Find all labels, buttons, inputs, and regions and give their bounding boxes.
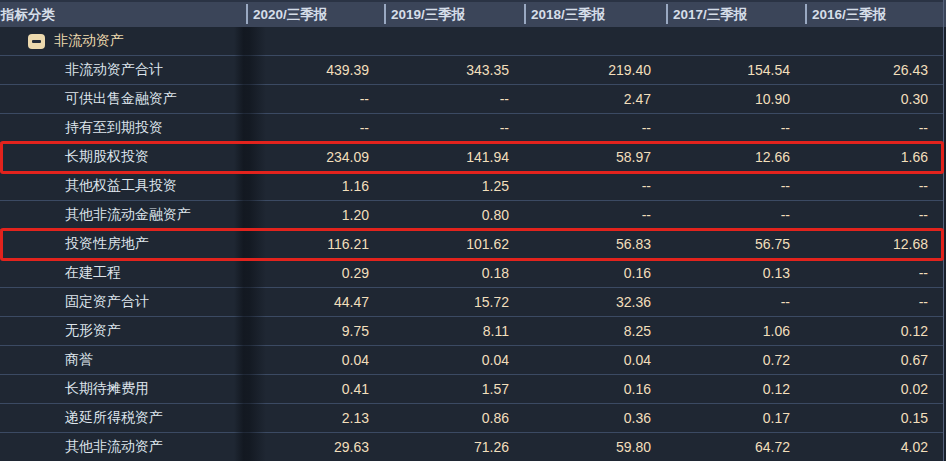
row-label: 在建工程 xyxy=(0,259,246,287)
collapse-minus-icon[interactable] xyxy=(28,34,45,49)
cell-value: -- xyxy=(805,288,943,316)
cell-value: -- xyxy=(666,114,805,142)
row-label: 其他非流动资产 xyxy=(0,433,246,461)
cell-value: -- xyxy=(384,114,524,142)
column-header-2017q3[interactable]: 2017/三季报 xyxy=(666,2,805,27)
cell-value: 12.68 xyxy=(805,230,943,258)
cell-value: 0.04 xyxy=(246,346,384,374)
cell-value: 64.72 xyxy=(666,433,805,461)
cell-value: 0.16 xyxy=(524,375,666,403)
row-label: 商誉 xyxy=(0,346,246,374)
table-row[interactable]: 商誉 0.04 0.04 0.04 0.72 0.67 xyxy=(0,346,943,375)
table-row[interactable]: 持有至到期投资 -- -- -- -- -- xyxy=(0,114,943,143)
cell-value: -- xyxy=(524,201,666,229)
group-label-cell: 非流动资产 xyxy=(0,27,246,55)
cell-value: 10.90 xyxy=(666,85,805,113)
cell-value: 0.02 xyxy=(805,375,943,403)
cell-value: 219.40 xyxy=(524,56,666,84)
table-row[interactable]: 在建工程 0.29 0.18 0.16 0.13 -- xyxy=(0,259,943,288)
cell-value: 12.66 xyxy=(666,143,805,171)
cell-value: 9.75 xyxy=(246,317,384,345)
cell-value: -- xyxy=(524,172,666,200)
cell-value: -- xyxy=(805,114,943,142)
cell-value: 0.18 xyxy=(384,259,524,287)
financial-indicator-table: 指标分类 2020/三季报 2019/三季报 2018/三季报 2017/三季报… xyxy=(0,0,946,461)
table-row[interactable]: 其他权益工具投资 1.16 1.25 -- -- -- xyxy=(0,172,943,201)
table-row[interactable]: 长期待摊费用 0.41 1.57 0.16 0.12 0.02 xyxy=(0,375,943,404)
cell-value: 343.35 xyxy=(384,56,524,84)
row-label: 可供出售金融资产 xyxy=(0,85,246,113)
cell-value: 0.36 xyxy=(524,404,666,432)
cell-value: 56.83 xyxy=(524,230,666,258)
empty-cell xyxy=(666,27,805,55)
table-row[interactable]: 非流动资产合计 439.39 343.35 219.40 154.54 26.4… xyxy=(0,56,943,85)
row-label: 固定资产合计 xyxy=(0,288,246,316)
cell-value: 1.66 xyxy=(805,143,943,171)
empty-cell xyxy=(805,27,943,55)
row-label: 递延所得税资产 xyxy=(0,404,246,432)
column-header-2018q3[interactable]: 2018/三季报 xyxy=(524,2,666,27)
cell-value: 0.41 xyxy=(246,375,384,403)
cell-value: 154.54 xyxy=(666,56,805,84)
cell-value: 71.26 xyxy=(384,433,524,461)
cell-value: 44.47 xyxy=(246,288,384,316)
cell-value: -- xyxy=(524,114,666,142)
cell-value: -- xyxy=(384,85,524,113)
cell-value: 1.25 xyxy=(384,172,524,200)
column-header-2020q3[interactable]: 2020/三季报 xyxy=(246,2,384,27)
cell-value: 0.12 xyxy=(666,375,805,403)
cell-value: -- xyxy=(666,172,805,200)
cell-value: 0.67 xyxy=(805,346,943,374)
table-row[interactable]: 其他非流动资产 29.63 71.26 59.80 64.72 4.02 xyxy=(0,433,943,461)
cell-value: 0.86 xyxy=(384,404,524,432)
table-row[interactable]: 其他非流动金融资产 1.20 0.80 -- -- -- xyxy=(0,201,943,230)
cell-value: -- xyxy=(805,259,943,287)
table-header-row: 指标分类 2020/三季报 2019/三季报 2018/三季报 2017/三季报… xyxy=(0,0,943,27)
cell-value: 0.80 xyxy=(384,201,524,229)
row-label: 无形资产 xyxy=(0,317,246,345)
table-row-highlighted[interactable]: 长期股权投资 234.09 141.94 58.97 12.66 1.66 xyxy=(0,143,943,172)
group-row-noncurrent-assets[interactable]: 非流动资产 xyxy=(0,27,943,56)
cell-value: 2.47 xyxy=(524,85,666,113)
cell-value: 58.97 xyxy=(524,143,666,171)
cell-value: 1.20 xyxy=(246,201,384,229)
cell-value: 0.12 xyxy=(805,317,943,345)
cell-value: 29.63 xyxy=(246,433,384,461)
cell-value: 0.17 xyxy=(666,404,805,432)
cell-value: 59.80 xyxy=(524,433,666,461)
cell-value: 0.16 xyxy=(524,259,666,287)
table-row[interactable]: 可供出售金融资产 -- -- 2.47 10.90 0.30 xyxy=(0,85,943,114)
minus-glyph xyxy=(32,40,41,43)
cell-value: 0.04 xyxy=(524,346,666,374)
empty-cell xyxy=(524,27,666,55)
cell-value: -- xyxy=(666,201,805,229)
table-row-highlighted[interactable]: 投资性房地产 116.21 101.62 56.83 56.75 12.68 xyxy=(0,230,943,259)
cell-value: 0.30 xyxy=(805,85,943,113)
cell-value: 1.06 xyxy=(666,317,805,345)
cell-value: 141.94 xyxy=(384,143,524,171)
row-label: 其他非流动金融资产 xyxy=(0,201,246,229)
table-row[interactable]: 无形资产 9.75 8.11 8.25 1.06 0.12 xyxy=(0,317,943,346)
cell-value: 234.09 xyxy=(246,143,384,171)
table-body: 非流动资产合计 439.39 343.35 219.40 154.54 26.4… xyxy=(0,56,946,461)
column-header-2016q3[interactable]: 2016/三季报 xyxy=(805,2,943,27)
cell-value: 0.13 xyxy=(666,259,805,287)
cell-value: 116.21 xyxy=(246,230,384,258)
cell-value: 26.43 xyxy=(805,56,943,84)
cell-value: 8.11 xyxy=(384,317,524,345)
row-label: 其他权益工具投资 xyxy=(0,172,246,200)
column-header-category[interactable]: 指标分类 xyxy=(0,2,246,27)
cell-value: 1.16 xyxy=(246,172,384,200)
cell-value: 439.39 xyxy=(246,56,384,84)
column-header-2019q3[interactable]: 2019/三季报 xyxy=(384,2,524,27)
row-label: 长期待摊费用 xyxy=(0,375,246,403)
row-label: 长期股权投资 xyxy=(0,143,246,171)
table-row[interactable]: 固定资产合计 44.47 15.72 32.36 -- -- xyxy=(0,288,943,317)
cell-value: -- xyxy=(666,288,805,316)
table-row[interactable]: 递延所得税资产 2.13 0.86 0.36 0.17 0.15 xyxy=(0,404,943,433)
cell-value: 0.15 xyxy=(805,404,943,432)
cell-value: 8.25 xyxy=(524,317,666,345)
empty-cell xyxy=(384,27,524,55)
cell-value: -- xyxy=(805,172,943,200)
row-label: 非流动资产合计 xyxy=(0,56,246,84)
